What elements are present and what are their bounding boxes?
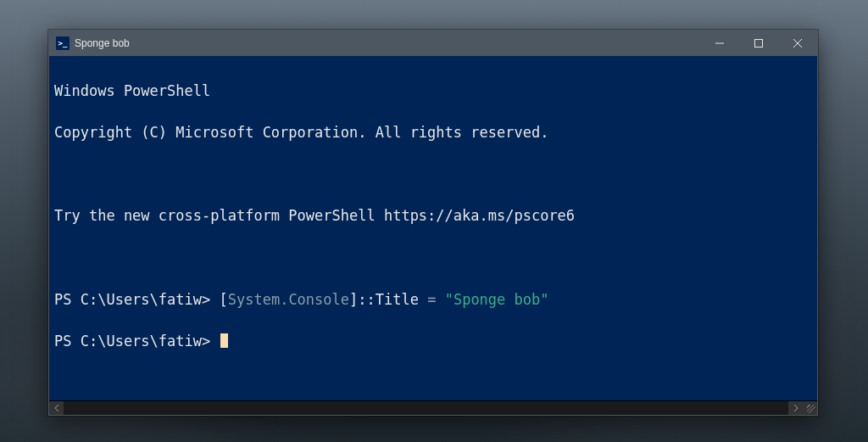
resize-grip[interactable]	[803, 401, 817, 415]
window-titlebar[interactable]: >_ Sponge bob	[49, 31, 817, 56]
scrollbar-track[interactable]	[64, 401, 788, 415]
terminal-line	[54, 248, 812, 269]
accessor: ::	[358, 291, 375, 308]
maximize-button[interactable]	[739, 31, 778, 56]
assign-op: =	[419, 291, 445, 308]
property-name: Title	[376, 291, 419, 308]
type-name: System.Console	[228, 291, 349, 308]
terminal-line	[54, 164, 812, 185]
minimize-button[interactable]	[700, 31, 739, 56]
bracket-close: ]	[349, 291, 358, 308]
close-button[interactable]	[778, 31, 817, 56]
powershell-icon: >_	[56, 36, 70, 50]
horizontal-scrollbar[interactable]	[49, 400, 817, 415]
prompt: PS C:\Users\fatiw>	[54, 291, 210, 308]
svg-rect-1	[755, 40, 763, 48]
terminal-line: Copyright (C) Microsoft Corporation. All…	[54, 122, 812, 143]
window-title: Sponge bob	[75, 37, 130, 49]
powershell-window: >_ Sponge bob Windows PowerShell Copyrig…	[48, 30, 818, 416]
terminal-output[interactable]: Windows PowerShell Copyright (C) Microso…	[49, 56, 817, 400]
terminal-line: Windows PowerShell	[54, 81, 812, 102]
cursor	[220, 333, 228, 348]
terminal-prompt-line: PS C:\Users\fatiw>	[54, 331, 812, 352]
bracket-open: [	[219, 291, 227, 308]
terminal-line: Try the new cross-platform PowerShell ht…	[54, 205, 812, 227]
scroll-left-button[interactable]	[49, 401, 64, 415]
terminal-command-line: PS C:\Users\fatiw> [System.Console]::Tit…	[54, 289, 812, 311]
scroll-right-button[interactable]	[788, 401, 803, 415]
prompt: PS C:\Users\fatiw>	[54, 333, 210, 350]
string-literal: "Sponge bob"	[445, 291, 549, 308]
